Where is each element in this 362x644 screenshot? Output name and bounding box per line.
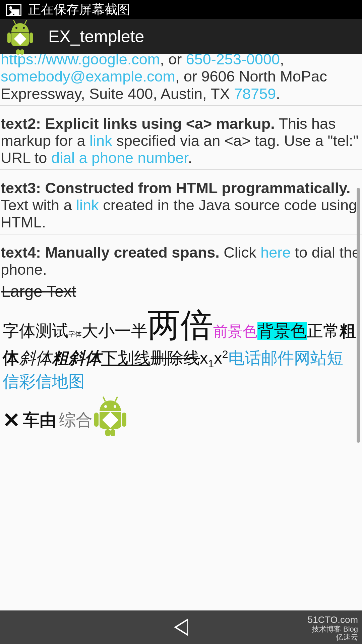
text4-here-link[interactable]: here (260, 244, 291, 261)
ft-base: 字体测试 (3, 322, 68, 340)
text3-section: text3: Constructed from HTML programmati… (0, 170, 362, 234)
ft-bolditalic: 粗斜体 (52, 349, 101, 367)
ft-sup-2: 2 (222, 348, 228, 360)
ft-foreground: 前景色 (213, 323, 257, 339)
ft-tiny: 字体 (68, 330, 82, 338)
ft-sub-1: 1 (208, 358, 214, 370)
ft-underline: 下划线 (101, 349, 150, 367)
scrollbar[interactable] (357, 188, 360, 443)
ft-background: 背景色 (257, 322, 307, 340)
url-link[interactable]: https://www.google.com (1, 54, 160, 68)
ft-strikethrough: 删除线 (150, 349, 200, 367)
picture-icon (6, 4, 21, 16)
text1-section: https://www.google.com, or 650-253-0000,… (0, 54, 362, 106)
ft-sup-x: x (214, 349, 222, 367)
watermark: 51CTO.com 技术博客 Blog 亿速云 (308, 615, 358, 641)
ft-sub-x: x (200, 349, 208, 367)
email-link[interactable]: somebody@example.com (1, 68, 175, 85)
text2-dial-link[interactable]: dial a phone number (51, 149, 188, 166)
text4-section: text4: Manually created spans. Click her… (0, 234, 362, 281)
app-icon (8, 23, 32, 50)
android-robot-icon (95, 400, 125, 434)
status-bar: 正在保存屏幕截图 (0, 0, 362, 19)
back-button[interactable] (174, 619, 188, 636)
action-bar: EX_templete (0, 19, 362, 54)
close-icon: ✕ (3, 408, 20, 432)
mixed-light: 综合 (59, 409, 93, 431)
text2-title: text2: Explicit links using <a> markup. (1, 115, 275, 132)
phone-link[interactable]: 650-253-0000 (186, 54, 280, 68)
ft-half: 大小一半 (82, 322, 147, 340)
large-text-strike: Large Text (0, 281, 362, 302)
ft-double: 两倍 (147, 307, 213, 343)
content-area[interactable]: https://www.google.com, or 650-253-0000,… (0, 54, 362, 610)
text2-link[interactable]: link (89, 132, 112, 149)
zip-link[interactable]: 78759 (234, 85, 276, 102)
text3-link[interactable]: link (76, 197, 99, 214)
text4-title: text4: Manually created spans. (1, 244, 220, 261)
text3-title: text3: Constructed from HTML programmati… (1, 179, 351, 197)
font-test-block: 字体测试字体大小一半两倍前景色背景色正常粗体斜体粗斜体下划线删除线x1x2电话邮… (0, 302, 362, 394)
text2-section: text2: Explicit links using <a> markup. … (0, 106, 362, 170)
mixed-line: ✕ 车由综合 (0, 394, 362, 437)
status-text: 正在保存屏幕截图 (28, 1, 130, 18)
app-title: EX_templete (48, 27, 144, 46)
ft-italic: 斜体 (19, 349, 52, 367)
ft-normal: 正常 (307, 322, 340, 340)
mixed-bold: 车由 (23, 409, 56, 431)
